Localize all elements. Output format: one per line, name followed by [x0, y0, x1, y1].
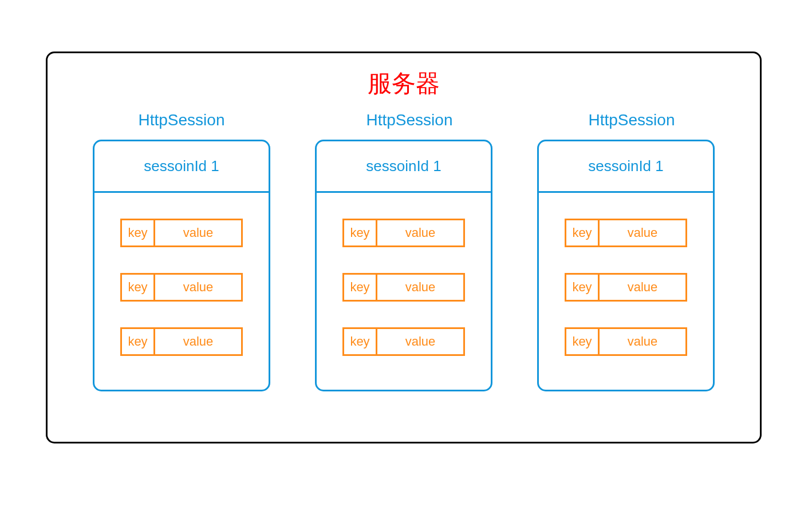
- session-box: sessoinId 1 key value key value key valu…: [315, 140, 492, 391]
- session-label: HttpSession: [589, 111, 675, 129]
- kv-key: key: [122, 275, 155, 300]
- sessions-row: HttpSession sessoinId 1 key value key va…: [48, 111, 760, 391]
- session-group: HttpSession sessoinId 1 key value key va…: [93, 111, 270, 391]
- kv-value: value: [600, 275, 685, 300]
- kv-pair: key value: [565, 219, 687, 247]
- kv-key: key: [344, 329, 377, 354]
- session-label: HttpSession: [139, 111, 225, 129]
- session-id-label: sessoinId 1: [94, 141, 269, 193]
- kv-value: value: [377, 329, 463, 354]
- server-container: 服务器 HttpSession sessoinId 1 key value ke…: [46, 52, 762, 443]
- kv-pair: key value: [120, 273, 243, 302]
- kv-pair: key value: [342, 327, 465, 356]
- kv-pair: key value: [342, 273, 465, 302]
- kv-value: value: [377, 220, 463, 245]
- session-id-label: sessoinId 1: [539, 141, 713, 193]
- kv-key: key: [566, 329, 600, 354]
- kv-pair: key value: [120, 219, 243, 247]
- kv-pair: key value: [342, 219, 465, 247]
- kv-pair: key value: [565, 273, 687, 302]
- kv-key: key: [122, 220, 155, 245]
- kv-value: value: [155, 220, 241, 245]
- kv-key: key: [566, 275, 600, 300]
- session-group: HttpSession sessoinId 1 key value key va…: [315, 111, 492, 391]
- kv-key: key: [566, 220, 600, 245]
- session-group: HttpSession sessoinId 1 key value key va…: [537, 111, 715, 391]
- session-body: key value key value key value: [539, 193, 713, 373]
- kv-key: key: [344, 220, 377, 245]
- session-id-label: sessoinId 1: [317, 141, 491, 193]
- session-box: sessoinId 1 key value key value key valu…: [537, 140, 715, 391]
- kv-pair: key value: [120, 327, 243, 356]
- server-title: 服务器: [48, 68, 760, 100]
- kv-value: value: [155, 275, 241, 300]
- kv-pair: key value: [565, 327, 687, 356]
- session-box: sessoinId 1 key value key value key valu…: [93, 140, 270, 391]
- kv-value: value: [377, 275, 463, 300]
- kv-key: key: [344, 275, 377, 300]
- kv-value: value: [600, 220, 685, 245]
- session-body: key value key value key value: [94, 193, 269, 373]
- kv-value: value: [155, 329, 241, 354]
- kv-value: value: [600, 329, 685, 354]
- session-body: key value key value key value: [317, 193, 491, 373]
- kv-key: key: [122, 329, 155, 354]
- session-label: HttpSession: [366, 111, 453, 129]
